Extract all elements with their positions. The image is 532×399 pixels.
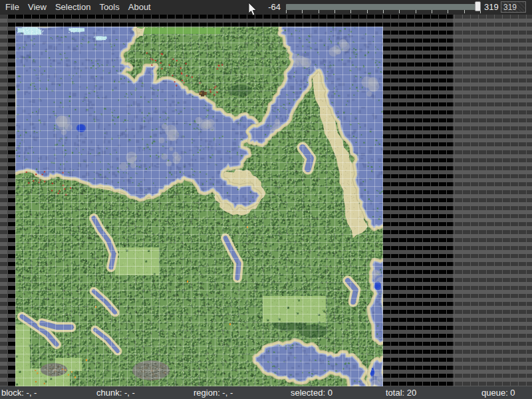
- status-region: region: -, -: [194, 388, 233, 398]
- map-canvas[interactable]: [15, 27, 383, 386]
- map-viewport[interactable]: [0, 15, 532, 386]
- status-bar: block: -, - chunk: -, - region: -, - sel…: [0, 386, 532, 399]
- outside-world-right-strip: [453, 15, 532, 386]
- slider-min-label: -64: [261, 2, 281, 12]
- menu-about[interactable]: About: [128, 0, 151, 15]
- outside-world-left-strip: [0, 15, 7, 386]
- height-slider-ticks: [286, 10, 481, 13]
- menu-view[interactable]: View: [28, 0, 47, 15]
- menu-items: File View Selection Tools About: [5, 0, 151, 15]
- height-slider-track[interactable]: [286, 4, 480, 10]
- status-queue: queue: 0: [481, 388, 515, 398]
- menu-bar: File View Selection Tools About -64 319: [0, 0, 532, 15]
- menu-file[interactable]: File: [5, 0, 19, 15]
- menu-selection[interactable]: Selection: [55, 0, 90, 15]
- height-slider-thumb[interactable]: [475, 1, 481, 11]
- menu-tools[interactable]: Tools: [99, 0, 119, 15]
- mcaselector-window: File View Selection Tools About -64 319 …: [0, 0, 532, 399]
- status-total: total: 20: [386, 388, 416, 398]
- status-block: block: -, -: [1, 388, 37, 398]
- status-selected: selected: 0: [291, 388, 332, 398]
- slider-value-label: 319: [484, 2, 499, 12]
- height-value-input[interactable]: [501, 1, 526, 13]
- mouse-cursor: [248, 3, 258, 16]
- status-chunk: chunk: -, -: [96, 388, 135, 398]
